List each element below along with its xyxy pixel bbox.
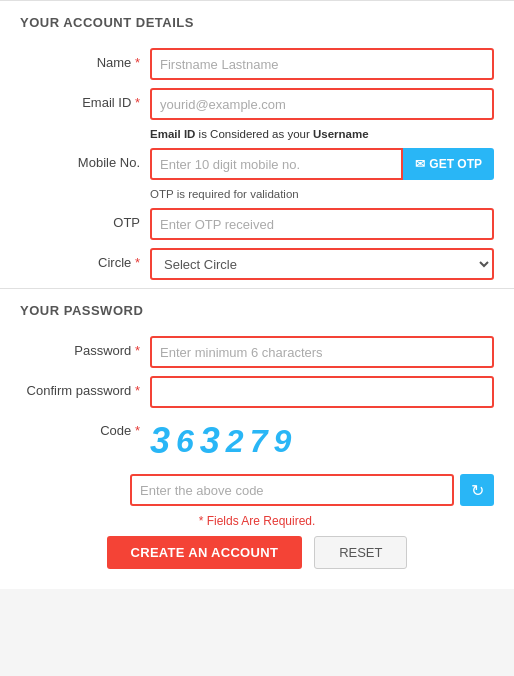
- email-icon: ✉: [415, 157, 425, 171]
- create-account-button[interactable]: CREATE AN ACCOUNT: [107, 536, 303, 569]
- confirm-required-star: *: [135, 383, 140, 398]
- name-input[interactable]: [150, 48, 494, 80]
- password-required-star: *: [135, 343, 140, 358]
- captcha-input[interactable]: [130, 474, 454, 506]
- name-label: Name *: [20, 48, 150, 70]
- password-section-header: YOUR PASSWORD: [0, 288, 514, 328]
- mobile-group: Mobile No. ✉ GET OTP: [20, 148, 494, 180]
- captcha-entry-group: ↻: [130, 474, 494, 506]
- mobile-label: Mobile No.: [20, 148, 150, 170]
- captcha-display: 363279: [150, 420, 494, 462]
- circle-label: Circle *: [20, 248, 150, 270]
- refresh-icon: ↻: [471, 481, 484, 500]
- confirm-password-label: Confirm password *: [20, 376, 150, 398]
- name-required-star: *: [135, 55, 140, 70]
- otp-hint: OTP is required for validation: [150, 188, 494, 200]
- confirm-password-group: Confirm password *: [20, 376, 494, 408]
- mobile-input[interactable]: [150, 148, 403, 180]
- account-section-header: YOUR ACCOUNT DETAILS: [0, 0, 514, 40]
- email-group: Email ID *: [20, 88, 494, 120]
- password-label: Password *: [20, 336, 150, 358]
- mobile-input-group: ✉ GET OTP: [150, 148, 494, 180]
- captcha-char-0: 3: [150, 420, 170, 462]
- captcha-char-3: 2: [226, 423, 244, 460]
- captcha-char-5: 9: [273, 423, 291, 460]
- email-hint: Email ID is Considered as your Username: [150, 128, 494, 140]
- otp-group: OTP: [20, 208, 494, 240]
- email-label: Email ID *: [20, 88, 150, 110]
- name-group: Name *: [20, 48, 494, 80]
- circle-required-star: *: [135, 255, 140, 270]
- code-required-star: *: [135, 423, 140, 438]
- captcha-refresh-button[interactable]: ↻: [460, 474, 494, 506]
- code-label: Code *: [20, 416, 150, 438]
- get-otp-button[interactable]: ✉ GET OTP: [403, 148, 494, 180]
- email-input[interactable]: [150, 88, 494, 120]
- required-note: * Fields Are Required.: [20, 514, 494, 528]
- circle-group: Circle * Select Circle: [20, 248, 494, 280]
- email-required-star: *: [135, 95, 140, 110]
- circle-select[interactable]: Select Circle: [150, 248, 494, 280]
- password-group: Password *: [20, 336, 494, 368]
- required-star-note: *: [199, 514, 204, 528]
- bottom-buttons: CREATE AN ACCOUNT RESET: [20, 536, 494, 569]
- captcha-char-4: 7: [250, 423, 268, 460]
- captcha-char-1: 6: [176, 423, 194, 460]
- otp-label: OTP: [20, 208, 150, 230]
- confirm-password-input[interactable]: [150, 376, 494, 408]
- password-input[interactable]: [150, 336, 494, 368]
- otp-input[interactable]: [150, 208, 494, 240]
- main-container: YOUR ACCOUNT DETAILS Name * Email ID * E…: [0, 0, 514, 589]
- captcha-char-2: 3: [200, 420, 220, 462]
- reset-button[interactable]: RESET: [314, 536, 407, 569]
- code-group: Code * 363279: [20, 416, 494, 466]
